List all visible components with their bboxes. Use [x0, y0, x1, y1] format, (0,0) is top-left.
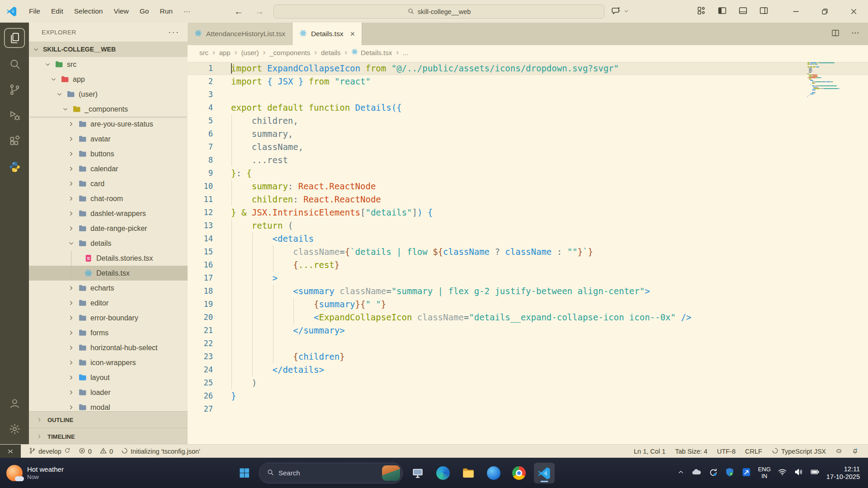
- clock[interactable]: 12:11 17-10-2025: [826, 465, 860, 481]
- code-line-25[interactable]: 25 ): [188, 376, 868, 389]
- tree-folder-loader[interactable]: loader: [29, 385, 188, 400]
- command-center-search[interactable]: skill-college__web: [274, 5, 604, 19]
- code-line-15[interactable]: 15 className={`details | flow ${classNam…: [188, 245, 868, 258]
- close-tab-icon[interactable]: ×: [350, 29, 355, 39]
- tree-folder-app[interactable]: app: [29, 72, 188, 87]
- activitybar-source-control[interactable]: [4, 80, 25, 99]
- activitybar-extensions[interactable]: [4, 131, 25, 151]
- phone-link-icon[interactable]: [741, 467, 751, 479]
- code-line-26[interactable]: 26}: [188, 389, 868, 403]
- hidden-icons-chevron-icon[interactable]: [677, 469, 684, 478]
- copilot-button[interactable]: [611, 6, 629, 16]
- language-indicator[interactable]: ENG IN: [758, 466, 771, 479]
- activitybar-explorer[interactable]: [4, 28, 25, 48]
- section-timeline[interactable]: TIMELINE: [29, 428, 188, 445]
- tree-folder-forms[interactable]: forms: [29, 325, 188, 340]
- menu-run[interactable]: Run: [154, 5, 178, 18]
- taskbar-app-edge[interactable]: [433, 463, 453, 483]
- workspace-root-folder[interactable]: SKILL-COLLEGE__WEB: [29, 42, 188, 57]
- breadcrumb-item[interactable]: app: [219, 49, 231, 56]
- toggle-panel-icon[interactable]: [738, 6, 748, 17]
- tree-folder-layout[interactable]: layout: [29, 370, 188, 385]
- activitybar-search[interactable]: [4, 54, 25, 74]
- tree-folder-modal[interactable]: modal: [29, 400, 188, 411]
- code-line-5[interactable]: 5 children,: [188, 114, 868, 127]
- tree-folder-avatar[interactable]: avatar: [29, 131, 188, 146]
- code-line-18[interactable]: 18 <summary className="summary | flex g-…: [188, 285, 868, 298]
- code-line-21[interactable]: 21 </summary>: [188, 324, 868, 337]
- code-line-6[interactable]: 6 summary,: [188, 127, 868, 141]
- battery-icon[interactable]: [810, 467, 820, 479]
- status-errors[interactable]: 0: [79, 447, 92, 455]
- tree-folder-icon-wrappers[interactable]: icon-wrappers: [29, 355, 188, 370]
- taskbar-app-edge-blue[interactable]: [483, 463, 504, 483]
- back-button[interactable]: ←: [234, 6, 243, 17]
- close-button[interactable]: [839, 0, 868, 23]
- code-line-17[interactable]: 17 >: [188, 272, 868, 285]
- tree-folder-chat-room[interactable]: chat-room: [29, 191, 188, 206]
- code-line-10[interactable]: 10 summary: React.ReactNode: [188, 180, 868, 193]
- status-eol[interactable]: CRLF: [745, 448, 762, 455]
- remote-indicator[interactable]: [0, 445, 21, 458]
- section-outline[interactable]: OUTLINE: [29, 411, 188, 428]
- code-line-12[interactable]: 12} & JSX.IntrinsicElements["details"]) …: [188, 206, 868, 219]
- tree-folder-calendar[interactable]: calendar: [29, 161, 188, 176]
- code-editor[interactable]: 1import ExpandCollapseIcon from "@/../pu…: [188, 60, 868, 445]
- breadcrumb-item[interactable]: src: [199, 49, 208, 56]
- taskbar-search[interactable]: Search: [259, 463, 403, 483]
- tree-folder-details[interactable]: details: [29, 236, 188, 251]
- code-line-13[interactable]: 13 return (: [188, 219, 868, 232]
- breadcrumb-item[interactable]: (user): [241, 49, 259, 56]
- toggle-primary-sidebar-icon[interactable]: [717, 6, 727, 17]
- tree-folder-are-you-sure-status[interactable]: are-you-sure-status: [29, 117, 188, 131]
- customize-layout-icon[interactable]: [697, 6, 706, 17]
- code-line-20[interactable]: 20 <ExpandCollapseIcon className="detail…: [188, 311, 868, 324]
- onedrive-icon[interactable]: [691, 467, 701, 479]
- code-line-2[interactable]: 2import { JSX } from "react": [188, 75, 868, 88]
- code-line-16[interactable]: 16 {...rest}: [188, 258, 868, 272]
- minimize-button[interactable]: [781, 0, 810, 23]
- menu-go[interactable]: Go: [134, 5, 155, 18]
- menu-view[interactable]: View: [108, 5, 134, 18]
- activitybar-settings[interactable]: [4, 419, 25, 439]
- code-line-3[interactable]: 3: [188, 88, 868, 101]
- tab-attendancehistorylist-tsx[interactable]: AttendanceHistoryList.tsx: [188, 23, 292, 45]
- tab-details-tsx[interactable]: Details.tsx×: [292, 23, 362, 45]
- menu-edit[interactable]: Edit: [46, 5, 69, 18]
- toggle-secondary-sidebar-icon[interactable]: [759, 6, 769, 17]
- tree-folder-card[interactable]: card: [29, 176, 188, 191]
- code-line-23[interactable]: 23 {children}: [188, 350, 868, 363]
- code-line-19[interactable]: 19 {summary}{" "}: [188, 298, 868, 311]
- tree-folder-error-boundary[interactable]: error-boundary: [29, 310, 188, 325]
- tree-file-details-stories-tsx[interactable]: SDetails.stories.tsx: [29, 251, 188, 266]
- status-encoding[interactable]: UTF-8: [717, 448, 736, 455]
- status-git-branch-status[interactable]: develop: [29, 447, 71, 455]
- code-line-9[interactable]: 9}: {: [188, 167, 868, 180]
- maximize-button[interactable]: [810, 0, 839, 23]
- code-line-4[interactable]: 4export default function Details({: [188, 101, 868, 114]
- code-line-22[interactable]: 22: [188, 337, 868, 350]
- explorer-more-actions[interactable]: ···: [168, 27, 179, 37]
- breadcrumb-item[interactable]: Details.tsx: [351, 48, 392, 56]
- tree-folder-editor[interactable]: editor: [29, 296, 188, 310]
- editor-more-actions-icon[interactable]: [851, 28, 860, 39]
- menu-selection[interactable]: Selection: [69, 5, 108, 18]
- code-line-11[interactable]: 11 children: React.ReactNode: [188, 193, 868, 206]
- code-line-8[interactable]: 8 ...rest: [188, 154, 868, 167]
- activitybar-python[interactable]: [4, 157, 25, 177]
- status-cursor-position[interactable]: Ln 1, Col 1: [634, 448, 665, 455]
- weather-widget[interactable]: Hot weather Now: [6, 465, 64, 481]
- start-button[interactable]: [234, 463, 255, 483]
- taskbar-app-vscode[interactable]: [534, 463, 555, 483]
- activitybar-accounts[interactable]: [4, 393, 25, 413]
- menu-file[interactable]: File: [24, 5, 46, 18]
- breadcrumb-item[interactable]: _components: [269, 49, 310, 56]
- code-line-24[interactable]: 24 </details>: [188, 363, 868, 376]
- tree-folder--components[interactable]: _components: [29, 102, 188, 117]
- security-shield-icon[interactable]: [725, 467, 735, 479]
- sync-icon[interactable]: [708, 467, 718, 479]
- status-task-progress[interactable]: Initializing 'tsconfig.json': [121, 447, 200, 455]
- taskbar-app-file-explorer[interactable]: [458, 463, 479, 483]
- minimap[interactable]: [807, 62, 843, 99]
- status-indentation[interactable]: Tab Size: 4: [675, 448, 708, 455]
